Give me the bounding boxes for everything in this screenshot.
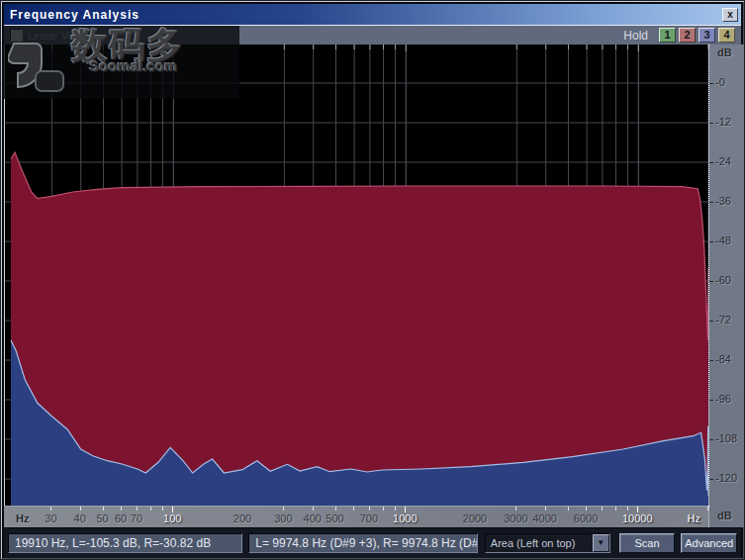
db-tick-label: -36 — [715, 195, 731, 207]
freq-tick — [395, 507, 396, 511]
spectrum-areas — [11, 152, 708, 506]
freq-tick-label: 30 — [45, 513, 56, 524]
db-tick — [709, 202, 713, 203]
hz-unit-left: Hz — [16, 513, 29, 524]
freq-tick — [80, 507, 81, 511]
hold-label: Hold — [623, 29, 648, 43]
db-tick — [709, 162, 713, 163]
hz-unit-right: Hz — [688, 513, 700, 524]
frequency-axis: Hz Hz 3040506070100200300400500700100020… — [4, 506, 708, 527]
freq-tick-label: 400 — [304, 513, 322, 524]
freq-tick — [283, 507, 284, 511]
db-tick-label: -48 — [715, 234, 731, 246]
title-bar: Frequency Analysis x — [4, 4, 741, 25]
db-tick — [709, 241, 713, 242]
hold-button-4[interactable]: 4 — [718, 28, 735, 43]
db-tick-label: -96 — [715, 393, 731, 405]
top-tick-marks — [51, 45, 708, 51]
advanced-button[interactable]: Advanced — [681, 533, 737, 553]
db-tick-label: -84 — [715, 353, 731, 365]
freq-tick-label: 2000 — [463, 513, 487, 524]
db-tick — [709, 83, 713, 84]
freq-tick — [627, 507, 628, 511]
freq-tick-label: 6000 — [574, 513, 598, 524]
freq-tick-label: 700 — [360, 513, 378, 524]
freq-tick — [103, 507, 104, 511]
db-unit-bottom: dB — [708, 506, 745, 527]
hold-button-2[interactable]: 2 — [679, 28, 696, 43]
freq-tick — [121, 507, 122, 511]
db-tick-label: -60 — [715, 274, 731, 286]
freq-tick — [515, 507, 516, 511]
display-mode-dropdown[interactable]: Area (Left on top) ▼ — [485, 533, 610, 553]
linear-view-label: Linear View — [28, 30, 84, 42]
db-tick — [709, 439, 713, 440]
freq-tick — [313, 507, 314, 511]
freq-tick-label: 500 — [326, 513, 343, 524]
freq-tick-label: 300 — [274, 513, 292, 524]
spectrum-plot[interactable] — [4, 45, 708, 506]
scan-button[interactable]: Scan — [619, 533, 676, 553]
db-tick-label: -72 — [715, 314, 731, 326]
toolbar: Linear View Hold 1234 — [4, 25, 741, 45]
freq-tick-label: 1000 — [393, 513, 417, 524]
freq-tick-label: 200 — [233, 513, 251, 524]
freq-tick — [568, 507, 569, 511]
freq-tick — [150, 507, 151, 511]
db-tick-label: -12 — [715, 116, 731, 128]
hold-button-1[interactable]: 1 — [659, 28, 676, 43]
freq-tick — [335, 507, 336, 511]
db-unit-top: dB — [717, 47, 732, 58]
freq-tick — [137, 507, 138, 511]
freq-tick-label: 100 — [163, 513, 181, 524]
freq-tick-label: 50 — [96, 513, 108, 524]
freq-tick — [162, 507, 163, 511]
freq-tick — [383, 507, 384, 511]
peak-readout-field: L= 9974.8 Hz (D#9 +3), R= 9974.8 Hz (D#9… — [248, 533, 477, 553]
freq-tick — [615, 507, 616, 511]
db-tick — [709, 321, 713, 322]
freq-tick — [602, 507, 603, 511]
freq-tick-label: 40 — [74, 513, 86, 524]
db-tick-label: -108 — [715, 432, 737, 444]
db-tick-label: -120 — [715, 472, 737, 484]
frequency-analysis-window: Frequency Analysis x Linear View Hold 12… — [0, 0, 745, 560]
freq-tick-label: 4000 — [532, 513, 556, 524]
status-bar: 19910 Hz, L=-105.3 dB, R=-30.82 dB L= 99… — [4, 527, 741, 558]
freq-tick — [586, 507, 587, 511]
window-title: Frequency Analysis — [10, 8, 722, 22]
db-axis: dB-0-12-24-36-48-60-72-84-96-108-120 — [708, 45, 745, 506]
freq-tick — [369, 507, 370, 511]
db-tick-label: -0 — [715, 76, 725, 88]
freq-tick-label: 10000 — [622, 513, 653, 524]
cursor-readout-field: 19910 Hz, L=-105.3 dB, R=-30.82 dB — [8, 533, 242, 553]
db-tick — [709, 400, 713, 401]
hold-button-group: 1234 — [656, 28, 735, 43]
dropdown-arrow-icon[interactable]: ▼ — [593, 534, 609, 552]
freq-tick-label: 60 — [115, 513, 127, 524]
freq-tick-label: 3000 — [504, 513, 527, 524]
freq-tick — [545, 507, 546, 511]
db-tick — [709, 281, 713, 282]
close-button[interactable]: x — [722, 8, 738, 22]
freq-tick — [353, 507, 354, 511]
db-tick — [709, 123, 713, 124]
linear-view-checkbox[interactable] — [10, 29, 23, 42]
display-mode-value: Area (Left on top) — [486, 534, 593, 552]
db-tick-label: -24 — [715, 155, 731, 167]
db-tick — [709, 360, 713, 361]
freq-tick — [50, 507, 51, 511]
freq-tick-label: 70 — [131, 513, 142, 524]
hold-button-3[interactable]: 3 — [698, 28, 715, 43]
db-tick — [709, 479, 713, 480]
